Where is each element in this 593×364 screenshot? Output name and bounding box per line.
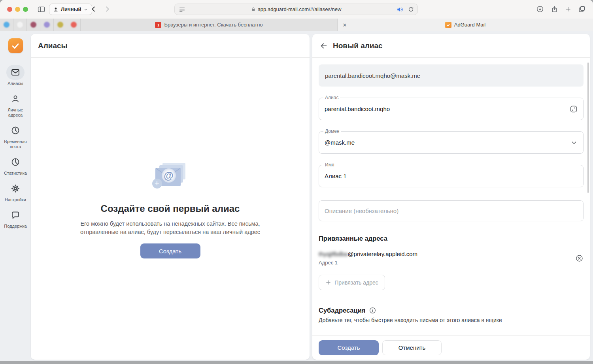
adguard-mail-logo [8, 38, 23, 53]
description-field[interactable]: Описание (необязательно) [319, 200, 584, 221]
back-arrow-icon[interactable] [319, 41, 328, 50]
sidebar-toggle-icon[interactable] [36, 4, 47, 14]
pie-chart-icon [11, 157, 20, 167]
tab-title: AdGuard Mail [454, 22, 485, 28]
chevron-down-icon [84, 8, 88, 11]
audio-playing-icon[interactable] [397, 6, 404, 13]
panel-title: Новый алиас [333, 41, 383, 50]
domain-field-label: Домен [323, 128, 341, 134]
person-icon [53, 7, 59, 12]
empty-state-description: Его можно будет использовать на ненадёжн… [73, 220, 268, 236]
download-icon [536, 5, 544, 13]
close-window-button[interactable] [7, 7, 12, 12]
adguard-mail-favicon [445, 22, 451, 28]
name-field-label: Имя [323, 162, 336, 168]
tab-adguard-mail[interactable]: ✕ AdGuard Mail [338, 19, 593, 31]
gear-icon [11, 184, 20, 193]
adguard-mail-app: Алиасы Личные адреса Временная почта Ста… [0, 32, 593, 361]
full-alias-preview: parental.bandicoot.mqho@mask.me [319, 64, 584, 87]
favicon [71, 22, 77, 28]
page-title: Алиасы [38, 41, 68, 50]
zoom-window-button[interactable] [23, 7, 28, 12]
desktop: Личный app.adguard-mail.com/#/aliases/ne… [0, 0, 593, 364]
domain-select[interactable]: Домен @mask.me [319, 131, 584, 154]
name-field-value: Алиас 1 [325, 173, 578, 179]
chat-bubble-icon [11, 210, 20, 220]
linked-address-row: thyqjtfbdba@privaterelay.appleid.com Адр… [319, 251, 584, 266]
alias-field-label: Алиас [323, 95, 340, 100]
name-field[interactable]: Имя Алиас 1 [319, 165, 584, 187]
reload-icon[interactable] [408, 6, 414, 13]
profile-switcher[interactable]: Личный [49, 4, 92, 15]
envelopes-illustration: @ + [152, 163, 189, 189]
tab-browsers-internet[interactable]: 1 Браузеры и интернет. Скачать бесплатно [81, 19, 338, 31]
sidebar-item-support[interactable]: Поддержка [4, 207, 26, 229]
app-sidebar: Алиасы Личные адреса Временная почта Ста… [0, 32, 31, 361]
link-address-label: Привязать адрес [334, 279, 378, 286]
minimize-window-button[interactable] [15, 7, 20, 12]
alias-field-value: parental.bandicoot.mqho [325, 106, 570, 112]
create-button[interactable]: Создать [319, 340, 379, 355]
subaddressing-heading-row: Субадресация [319, 307, 584, 314]
pinned-tab[interactable] [27, 19, 40, 31]
chevron-down-icon [570, 139, 578, 146]
subaddressing-heading: Субадресация [319, 307, 365, 314]
downloads-button[interactable] [534, 4, 546, 14]
aliases-panel: Алиасы @ + Создайте свой первый алиас Ег… [31, 34, 310, 360]
new-tab-button[interactable] [563, 4, 574, 14]
cancel-button[interactable]: Отменить [382, 340, 442, 355]
remove-address-icon[interactable] [575, 254, 584, 262]
linked-addresses-heading: Привязанные адреса [319, 235, 584, 242]
plus-icon [325, 279, 331, 285]
url-text: app.adguard-mail.com/#/aliases/new [258, 6, 342, 12]
sidebar-item-statistics[interactable]: Статистика [4, 155, 27, 176]
favicon [4, 22, 9, 28]
form-footer: Создать Отменить [312, 335, 590, 360]
pinned-tab[interactable] [0, 19, 13, 31]
blurred-email-username: thyqjtfbdba [319, 251, 347, 257]
favicon [57, 22, 63, 28]
tabs-overview-icon [578, 5, 586, 13]
address-bar[interactable]: app.adguard-mail.com/#/aliases/new [174, 4, 418, 15]
favicon [44, 22, 50, 28]
profile-label: Личный [61, 6, 81, 12]
chevron-left-icon [89, 5, 98, 13]
info-icon[interactable] [369, 307, 376, 314]
alias-field[interactable]: Алиас parental.bandicoot.mqho [319, 98, 584, 120]
envelope-icon [11, 68, 20, 77]
empty-state: @ + Создайте свой первый алиас Его можно… [31, 163, 310, 258]
link-address-button[interactable]: Привязать адрес [319, 275, 385, 290]
site-favicon: 1 [155, 22, 161, 28]
at-symbol: @ [162, 168, 176, 183]
sidebar-item-temp-mail[interactable]: Временная почта [2, 123, 29, 149]
sidebar-item-aliases[interactable]: Алиасы [6, 65, 25, 86]
linked-address-email: thyqjtfbdba@privaterelay.appleid.com [319, 251, 417, 257]
back-button[interactable] [89, 5, 98, 13]
favicon [30, 22, 36, 28]
description-placeholder: Описание (необязательно) [325, 207, 578, 214]
pinned-tab[interactable] [54, 19, 67, 31]
linked-address-name: Адрес 1 [319, 260, 417, 266]
randomize-dice-icon[interactable] [570, 105, 578, 113]
share-button[interactable] [549, 4, 560, 14]
forward-button[interactable] [103, 5, 111, 13]
sidebar-item-personal-addresses[interactable]: Личные адреса [2, 91, 29, 118]
domain-field-value: @mask.me [325, 139, 570, 146]
tab-overview-button[interactable] [576, 4, 587, 14]
new-alias-panel: Новый алиас parental.bandicoot.mqho@mask… [312, 34, 590, 360]
favicon [17, 22, 23, 28]
clock-icon [11, 126, 20, 135]
pinned-tab[interactable] [13, 19, 27, 31]
chevron-right-icon [103, 5, 111, 13]
share-icon [551, 6, 558, 13]
pinned-tab[interactable] [67, 19, 81, 31]
scrollbar[interactable] [587, 62, 589, 193]
empty-state-heading: Создайте свой первый алиас [101, 203, 240, 214]
sidebar-item-settings[interactable]: Настройки [5, 181, 26, 202]
create-alias-button[interactable]: Создать [140, 243, 200, 258]
tab-bar: 1 Браузеры и интернет. Скачать бесплатно… [0, 19, 593, 31]
safari-window: Личный app.adguard-mail.com/#/aliases/ne… [0, 0, 593, 361]
pinned-tab[interactable] [40, 19, 54, 31]
tab-title: Браузеры и интернет. Скачать бесплатно [164, 22, 263, 28]
subaddressing-description: Добавьте тег, чтобы быстрее находить пис… [319, 317, 584, 323]
